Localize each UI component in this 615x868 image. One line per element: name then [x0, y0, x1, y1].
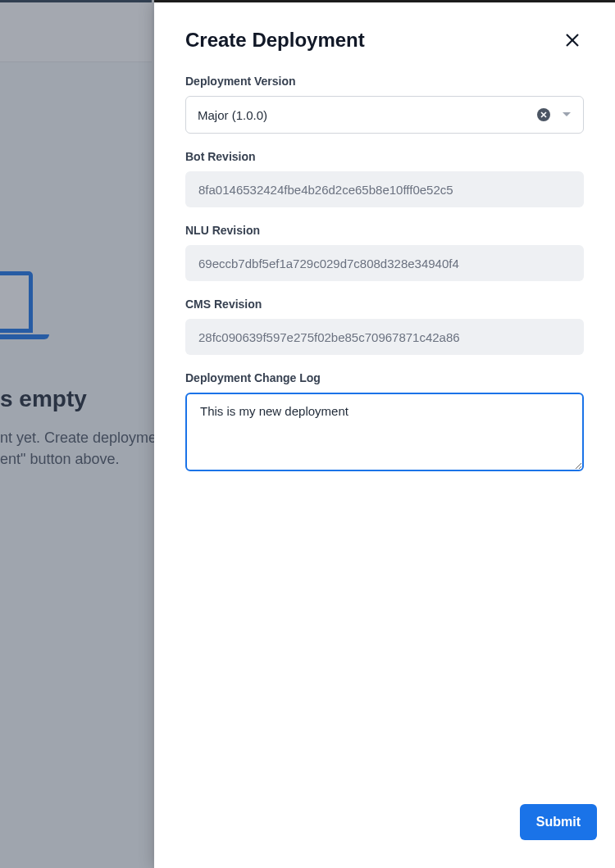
change-log-input[interactable] [185, 393, 584, 471]
panel-title: Create Deployment [185, 29, 365, 52]
change-log-label: Deployment Change Log [185, 371, 584, 384]
cms-revision-input [185, 319, 584, 355]
bot-revision-label: Bot Revision [185, 150, 584, 163]
clear-selection-icon[interactable] [537, 108, 550, 121]
panel-header: Create Deployment [154, 2, 615, 58]
close-button[interactable] [561, 29, 584, 52]
panel-body: Deployment Version Major (1.0.0) Bot Rev… [154, 58, 615, 789]
create-deployment-panel: Create Deployment Deployment Version Maj… [154, 2, 615, 868]
deployment-version-field: Deployment Version Major (1.0.0) [185, 75, 584, 134]
change-log-field: Deployment Change Log [185, 371, 584, 475]
deployment-version-label: Deployment Version [185, 75, 584, 88]
nlu-revision-label: NLU Revision [185, 224, 584, 237]
submit-button[interactable]: Submit [520, 804, 597, 840]
bot-revision-input [185, 171, 584, 207]
chevron-down-icon [562, 111, 572, 118]
close-icon [565, 33, 580, 48]
deployment-version-select[interactable]: Major (1.0.0) [185, 96, 584, 134]
nlu-revision-input [185, 245, 584, 281]
panel-footer: Submit [154, 789, 615, 868]
cms-revision-label: CMS Revision [185, 298, 584, 311]
deployment-version-value: Major (1.0.0) [198, 108, 537, 122]
cms-revision-field: CMS Revision [185, 298, 584, 355]
bot-revision-field: Bot Revision [185, 150, 584, 207]
nlu-revision-field: NLU Revision [185, 224, 584, 281]
